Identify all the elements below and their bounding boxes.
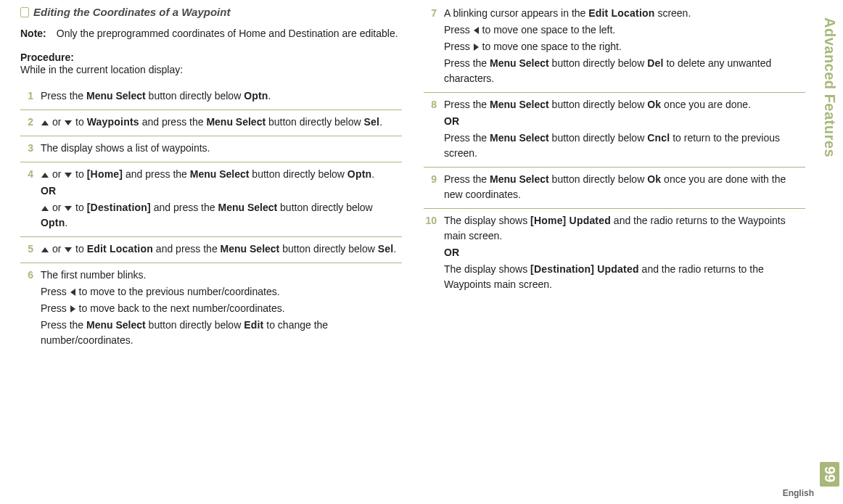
step-number: 10: [424, 213, 437, 294]
ui-del: Del: [647, 57, 663, 69]
menu-select-label: Menu Select: [86, 319, 146, 331]
right-arrow-icon: [474, 44, 479, 51]
text: once you are done.: [661, 99, 751, 110]
text: button directly below: [277, 202, 373, 213]
text: button directly below: [279, 243, 377, 255]
note-text: Only the preprogrammed coordinates of Ho…: [57, 27, 398, 41]
menu-select-label: Menu Select: [490, 57, 549, 69]
or-label: OR: [41, 183, 402, 199]
step-9: 9 Press the Menu Select button directly …: [424, 168, 805, 209]
step-3: 3 The display shows a list of waypoints.: [20, 136, 402, 162]
text: to move to the previous number/coordinat…: [76, 286, 280, 297]
step-5: 5 or to Edit Location and press the Menu…: [20, 237, 402, 263]
ui-ok: Ok: [647, 99, 661, 110]
menu-select-label: Menu Select: [86, 90, 146, 102]
step-1: 1 Press the Menu Select button directly …: [20, 84, 402, 110]
ui-sel: Sel: [378, 243, 394, 255]
step-number: 3: [20, 141, 33, 157]
text: to move back to the next number/coordina…: [76, 302, 285, 314]
ui-edit-location: Edit Location: [588, 7, 654, 19]
ui-sel: Sel: [364, 116, 380, 128]
ui-optn: Optn: [244, 90, 268, 102]
page: Editing the Coordinates of a Waypoint No…: [0, 0, 843, 504]
ui-home-updated: [Home] Updated: [530, 215, 611, 226]
step-number: 8: [424, 97, 437, 162]
menu-select-label: Menu Select: [190, 168, 250, 180]
text: to: [73, 168, 86, 180]
ui-ok: Ok: [647, 173, 661, 185]
text: and press the: [123, 168, 190, 180]
ui-cncl: Cncl: [647, 132, 670, 144]
text: The display shows a list of waypoints.: [41, 141, 402, 156]
up-arrow-icon: [41, 173, 49, 178]
page-number: 99: [820, 462, 839, 487]
text: .: [393, 243, 396, 255]
right-column: 7 A blinking cursor appears in the Edit …: [424, 6, 828, 498]
text: to move one space to the right.: [480, 41, 622, 52]
text: The display shows: [444, 263, 530, 275]
step-body: or to Edit Location and press the Menu S…: [41, 241, 402, 258]
text: The first number blinks.: [41, 268, 402, 283]
menu-select-label: Menu Select: [221, 243, 280, 255]
text: The display shows: [444, 215, 530, 226]
side-rail: Advanced Features 99: [818, 17, 840, 487]
up-arrow-icon: [41, 206, 49, 211]
step-2: 2 or to Waypoints and press the Menu Sel…: [20, 110, 402, 136]
ui-home: [Home]: [87, 168, 123, 180]
text: A blinking cursor appears in the: [444, 7, 588, 19]
text: button directly below: [549, 173, 647, 185]
text: Press: [444, 41, 473, 52]
text: or: [49, 243, 64, 255]
procedure-intro: While in the current location display:: [20, 63, 402, 78]
note: Note: Only the preprogrammed coordinates…: [20, 27, 402, 41]
section-heading: Editing the Coordinates of a Waypoint: [20, 6, 402, 18]
text: to move one space to the left.: [480, 24, 616, 36]
text: .: [268, 90, 271, 102]
or-label: OR: [444, 245, 805, 260]
menu-select-label: Menu Select: [490, 173, 549, 185]
step-8: 8 Press the Menu Select button directly …: [424, 93, 805, 168]
procedure-block: Procedure: While in the current location…: [20, 51, 402, 78]
text: Press the: [444, 99, 490, 110]
text: and press the: [151, 202, 218, 213]
ui-destination-updated: [Destination] Updated: [530, 263, 639, 275]
step-number: 9: [424, 172, 437, 204]
step-body: The display shows a list of waypoints.: [41, 141, 402, 157]
text: Press: [41, 286, 70, 297]
text: or: [49, 168, 64, 180]
step-10: 10 The display shows [Home] Updated and …: [424, 209, 805, 298]
step-body: Press the Menu Select button directly be…: [41, 88, 402, 105]
text: button directly below: [549, 57, 647, 69]
step-number: 1: [20, 88, 33, 105]
text: button directly below: [266, 116, 363, 128]
step-body: or to [Home] and press the Menu Select b…: [41, 167, 402, 232]
menu-select-label: Menu Select: [490, 99, 549, 110]
text: to: [73, 116, 86, 128]
step-number: 6: [20, 268, 33, 350]
step-number: 5: [20, 241, 33, 258]
ui-waypoints: Waypoints: [87, 116, 139, 128]
or-label: OR: [444, 114, 805, 129]
text: Press the: [444, 173, 490, 185]
ui-edit: Edit: [244, 319, 263, 331]
menu-select-label: Menu Select: [206, 116, 266, 128]
book-icon: [20, 7, 29, 17]
menu-select-label: Menu Select: [218, 202, 277, 213]
text: button directly below: [549, 132, 647, 144]
step-7: 7 A blinking cursor appears in the Edit …: [424, 6, 805, 93]
step-4: 4 or to [Home] and press the Menu Select…: [20, 162, 402, 237]
down-arrow-icon: [65, 173, 72, 178]
language-label: English: [783, 488, 814, 498]
ui-edit-location: Edit Location: [87, 243, 153, 255]
menu-select-label: Menu Select: [490, 132, 549, 144]
text: or: [49, 116, 64, 128]
text: to: [73, 202, 86, 213]
text: Press: [444, 24, 473, 36]
text: Press the: [444, 132, 490, 144]
text: .: [65, 217, 67, 228]
left-column: Editing the Coordinates of a Waypoint No…: [20, 6, 402, 498]
text: screen.: [655, 7, 691, 19]
right-arrow-icon: [70, 305, 75, 313]
text: Press: [41, 302, 70, 314]
down-arrow-icon: [65, 247, 72, 252]
